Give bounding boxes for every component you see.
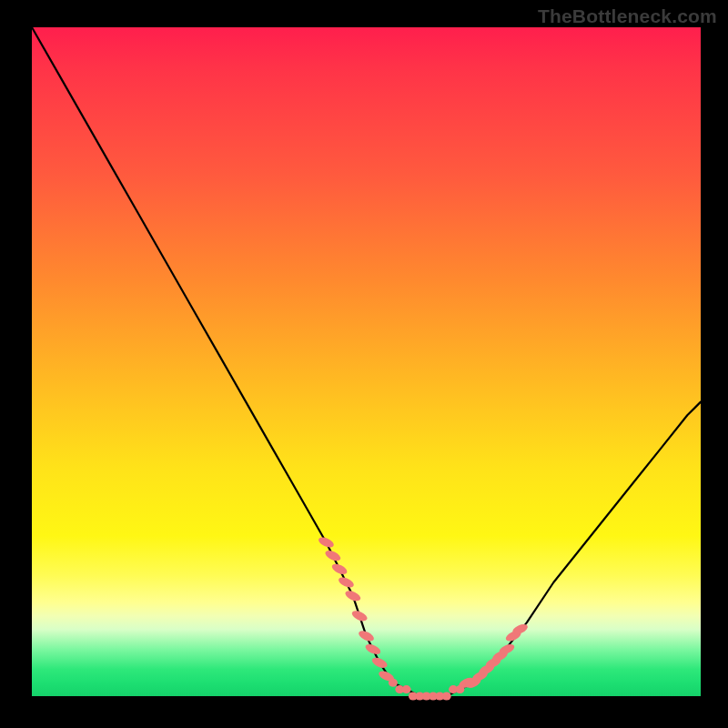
bottleneck-curve [32, 27, 701, 696]
curve-svg [32, 27, 701, 696]
curve-marker [389, 679, 398, 687]
markers-left-arm [317, 535, 395, 683]
curve-marker [344, 589, 362, 603]
plot-area [32, 27, 701, 696]
chart-frame: TheBottleneck.com [0, 0, 728, 728]
curve-marker [337, 575, 355, 590]
curve-marker [324, 549, 342, 563]
curve-marker [330, 562, 349, 577]
watermark-text: TheBottleneck.com [538, 5, 717, 27]
markers-bottom [389, 679, 465, 701]
curve-marker [402, 685, 411, 693]
curve-marker [370, 655, 389, 670]
curve-marker [357, 629, 375, 643]
markers-right-arm [458, 622, 530, 691]
curve-marker [364, 642, 382, 657]
curve-marker [350, 609, 369, 623]
curve-marker [317, 535, 335, 550]
curve-marker [442, 693, 451, 701]
